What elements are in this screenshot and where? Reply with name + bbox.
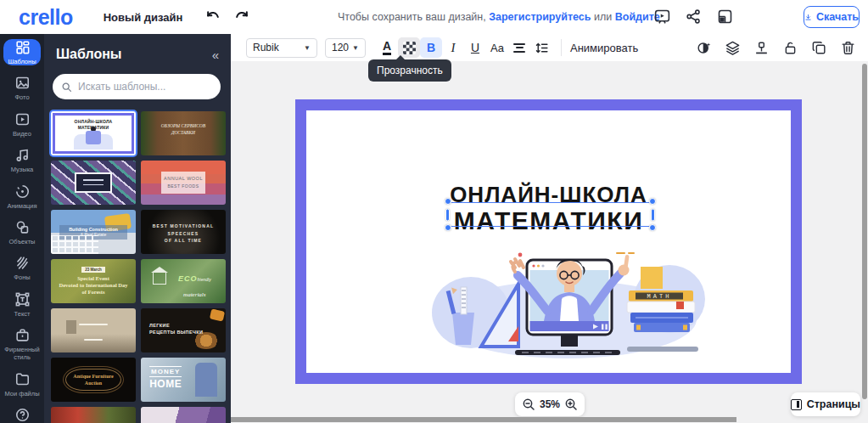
canvas-workspace[interactable]: ОНЛАЙН-ШКОЛА МАТЕМАТИКИ — [231, 61, 868, 423]
thumb-text: Auction — [85, 381, 102, 386]
unlock-icon[interactable] — [782, 40, 798, 56]
font-family-select[interactable]: Rubik▼ — [246, 38, 317, 58]
template-thumbnail-recipes[interactable]: ЛЕГКИЕРЕЦЕПТЫ ВЫПЕЧКИ — [141, 308, 226, 352]
text-align-button[interactable] — [508, 37, 530, 58]
sidebar-item-label: Музыка — [11, 166, 34, 173]
thumb-text: Devoted to — [59, 282, 84, 288]
help-icon — [14, 407, 31, 423]
zoom-out-icon[interactable] — [522, 398, 535, 411]
download-label: Скачать — [816, 11, 859, 23]
sidebar-item-first-steps[interactable]: 5 первых шагов — [2, 407, 42, 423]
pages-icon — [791, 399, 802, 410]
top-header: crello Новый дизайн Чтобы сохранить ваш … — [0, 0, 868, 34]
sidebar-item-animation[interactable]: Анимация — [2, 183, 42, 210]
template-thumbnail-antique[interactable]: Antique FurnitureAuction — [51, 358, 136, 402]
zoom-in-icon[interactable] — [564, 398, 578, 411]
thumb-text: Special Event — [77, 275, 109, 281]
save-hint-text: Чтобы сохранить ваш дизайн, — [338, 11, 486, 23]
title-line1[interactable]: ОНЛАЙН-ШКОЛА — [306, 182, 791, 207]
sidebar-item-text[interactable]: Текст — [2, 291, 42, 318]
position-icon[interactable] — [753, 40, 770, 56]
share-icon[interactable] — [685, 8, 703, 25]
resize-handle-top-right[interactable] — [649, 198, 656, 205]
resize-handle-right[interactable] — [651, 208, 655, 221]
register-link[interactable]: Зарегистрируйтесь — [489, 11, 591, 23]
template-thumbnail-pattern[interactable] — [51, 161, 136, 205]
download-button[interactable]: Скачать — [804, 6, 860, 28]
thumb-text: ЛЕГКИЕ — [149, 323, 170, 328]
template-thumbnail-motivational[interactable]: BEST MOTIVATIONALSPEECHESOF ALL TIME — [141, 210, 226, 254]
underline-button[interactable]: U — [464, 37, 486, 58]
collapse-panel-icon[interactable]: « — [212, 48, 217, 62]
pages-button[interactable]: Страницы — [791, 392, 860, 416]
redo-icon[interactable] — [233, 8, 250, 25]
templates-panel: Шаблоны « ОНЛАЙН-ШКОЛАМАТЕМАТИКИ ОБЗОРЫ … — [44, 34, 231, 423]
line-spacing-icon — [535, 41, 549, 55]
sidebar-item-backgrounds[interactable]: Фоны — [2, 255, 42, 281]
backgrounds-icon — [14, 255, 31, 271]
effects-icon[interactable] — [696, 40, 712, 56]
horizontal-scrollbar[interactable] — [231, 417, 736, 422]
present-icon[interactable] — [653, 8, 671, 25]
template-thumbnail[interactable] — [141, 407, 226, 423]
search-input[interactable] — [78, 81, 205, 93]
resize-icon[interactable] — [716, 8, 734, 25]
sidebar-item-music[interactable]: Музыка — [2, 147, 42, 173]
template-thumbnail-forests[interactable]: 23 March Special EventDevoted to Interna… — [51, 259, 136, 303]
text-toolbar: Rubik▼ 120▼ A B I U Aa Анимировать — [231, 34, 868, 61]
sidebar-item-objects[interactable]: Объекты — [2, 219, 42, 245]
thumb-text: OF ALL TIME — [165, 238, 202, 243]
template-thumbnail[interactable] — [51, 407, 136, 423]
font-size-select[interactable]: 120▼ — [325, 38, 366, 58]
resize-handle-bottom-right[interactable] — [649, 224, 656, 231]
template-thumbnail-math[interactable]: ОНЛАЙН-ШКОЛАМАТЕМАТИКИ — [51, 111, 136, 155]
thumb-badge: 23 March — [81, 267, 105, 273]
sidebar-item-photo[interactable]: Фото — [2, 75, 42, 101]
photo-icon — [14, 75, 31, 91]
illustration[interactable]: MATH — [427, 237, 708, 364]
sidebar-item-label: Шаблоны — [8, 58, 36, 65]
left-rail: Шаблоны Фото Видео Музыка Анимация Объек… — [0, 34, 44, 423]
new-design-label[interactable]: Новый дизайн — [104, 11, 183, 24]
template-thumbnail-money-home[interactable]: MONEYHOME — [141, 358, 226, 402]
sidebar-item-label: Анимация — [7, 202, 36, 210]
sidebar-item-video[interactable]: Видео — [2, 111, 42, 138]
crello-logo[interactable]: crello — [19, 5, 73, 30]
tooltip-transparency: Прозрачность — [368, 59, 451, 82]
resize-handle-top-left[interactable] — [445, 198, 451, 205]
thumb-text: friendly — [198, 277, 211, 282]
sidebar-item-brand[interactable]: Фирменный стиль — [2, 327, 42, 362]
slide-title-text[interactable]: ОНЛАЙН-ШКОЛА МАТЕМАТИКИ — [306, 182, 791, 234]
template-thumbnail-eco[interactable]: ECOfriendlymaterials — [141, 259, 226, 303]
design-slide[interactable]: ОНЛАЙН-ШКОЛА МАТЕМАТИКИ — [295, 99, 802, 384]
layers-icon[interactable] — [725, 40, 741, 56]
sidebar-item-templates[interactable]: Шаблоны — [3, 39, 41, 65]
template-thumbnail-construction[interactable]: Building Construction& Real Estate — [51, 210, 136, 254]
text-case-button[interactable]: Aa — [486, 37, 508, 58]
template-thumbnail-wool[interactable]: ANNUAL WOOLBEST FOODS — [141, 161, 226, 205]
undo-icon[interactable] — [204, 8, 221, 25]
search-icon — [61, 82, 72, 93]
resize-handle-bottom-left[interactable] — [445, 224, 451, 231]
thumb-text: MONEY — [149, 366, 182, 377]
sidebar-item-label: Фото — [14, 93, 29, 101]
italic-button[interactable]: I — [442, 37, 464, 58]
bold-button[interactable]: B — [420, 37, 442, 58]
template-grid: ОНЛАЙН-ШКОЛАМАТЕМАТИКИ ОБЗОРЫ СЕРВИСОВДО… — [51, 111, 231, 423]
line-spacing-button[interactable] — [530, 37, 552, 58]
thumb-text: ОНЛАЙН-ШКОЛА — [75, 119, 113, 124]
sidebar-item-my-files[interactable]: Мои файлы — [2, 371, 42, 398]
sidebar-item-label: Фирменный стиль — [2, 346, 42, 362]
template-thumbnail-church[interactable] — [51, 308, 136, 352]
duplicate-icon[interactable] — [811, 40, 827, 56]
music-icon — [14, 147, 31, 163]
vertical-scrollbar[interactable] — [862, 64, 867, 399]
template-thumbnail-delivery[interactable]: ОБЗОРЫ СЕРВИСОВДОСТАВКИ — [141, 111, 226, 155]
zoom-level-value[interactable]: 35% — [540, 398, 560, 410]
animate-button[interactable]: Анимировать — [570, 42, 638, 54]
title-line2[interactable]: МАТЕМАТИКИ — [306, 207, 791, 234]
template-search[interactable] — [53, 74, 221, 99]
thumb-text: РЕЦЕПТЫ ВЫПЕЧКИ — [149, 330, 203, 335]
resize-handle-left[interactable] — [445, 208, 450, 221]
trash-icon[interactable] — [840, 40, 856, 56]
